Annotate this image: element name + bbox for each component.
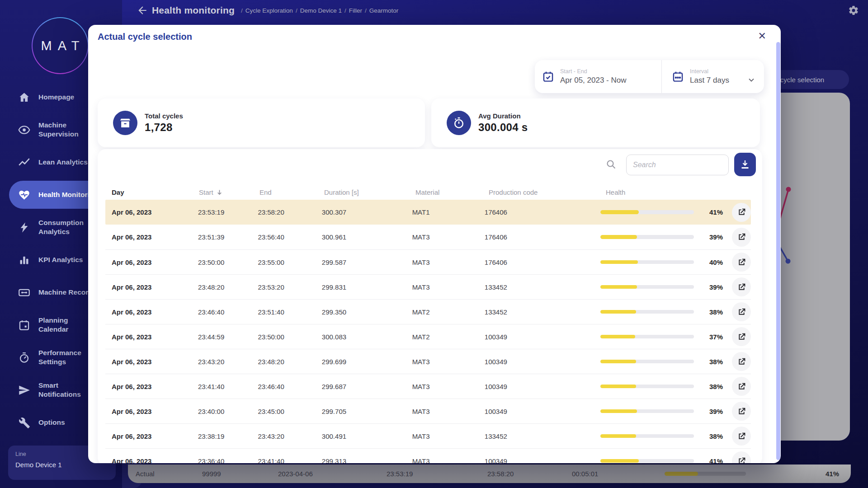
avg-duration-value: 300.004 s bbox=[478, 121, 528, 134]
open-in-new-icon bbox=[737, 232, 746, 242]
cell-health: 41% bbox=[600, 203, 751, 222]
open-cycle-button[interactable] bbox=[732, 427, 751, 446]
cell-end: 23:55:00 bbox=[258, 258, 321, 266]
table-row[interactable]: Apr 06, 202323:51:3923:56:40300.961MAT31… bbox=[105, 225, 751, 249]
logo: MAT bbox=[32, 17, 89, 74]
total-cycles-card: Total cycles 1,728 bbox=[98, 99, 425, 147]
open-cycle-button[interactable] bbox=[732, 451, 751, 463]
table-row[interactable]: Apr 06, 202323:44:5923:50:00300.083MAT21… bbox=[105, 324, 751, 349]
eye-icon bbox=[18, 124, 30, 136]
modal-scrollbar[interactable] bbox=[776, 42, 780, 460]
open-cycle-button[interactable] bbox=[732, 352, 751, 371]
cell-start: 23:44:59 bbox=[198, 333, 258, 341]
health-bar bbox=[600, 285, 694, 289]
cell-production-code: 176406 bbox=[485, 233, 600, 241]
cell-material: MAT3 bbox=[412, 233, 485, 241]
cycle-date: 2023-04-06 bbox=[278, 470, 313, 478]
table-row[interactable]: Apr 06, 202323:38:1923:43:20300.491MAT31… bbox=[105, 423, 751, 448]
modal-title: Actual cycle selection bbox=[98, 32, 192, 42]
sidebar-item-label: Machine Supervision bbox=[38, 121, 79, 139]
health-percent: 41% bbox=[698, 457, 723, 464]
cell-material: MAT3 bbox=[412, 283, 485, 291]
health-fill bbox=[600, 285, 637, 289]
open-cycle-button[interactable] bbox=[732, 327, 751, 346]
table-row[interactable]: Apr 06, 202323:36:4023:41:40299.313MAT31… bbox=[105, 448, 751, 463]
open-cycle-button[interactable] bbox=[732, 203, 751, 222]
cell-start: 23:53:19 bbox=[198, 208, 258, 216]
breadcrumb-item[interactable]: Filler bbox=[349, 7, 362, 14]
health-bar bbox=[665, 472, 746, 476]
search-input[interactable] bbox=[626, 155, 729, 175]
total-cycles-label: Total cycles bbox=[145, 112, 183, 120]
back-arrow-icon[interactable] bbox=[137, 5, 148, 16]
cell-end: 23:56:40 bbox=[258, 233, 321, 241]
cell-production-code: 133452 bbox=[485, 283, 600, 291]
health-bar bbox=[600, 210, 694, 214]
cell-duration: 299.705 bbox=[322, 408, 412, 415]
column-health[interactable]: Health bbox=[606, 188, 625, 196]
sidebar-item-label: KPI Analytics bbox=[38, 255, 83, 264]
cell-day: Apr 06, 2023 bbox=[112, 457, 198, 464]
bolt-icon bbox=[18, 221, 30, 234]
cycle-count: 99999 bbox=[202, 470, 221, 478]
cell-end: 23:51:40 bbox=[258, 308, 321, 316]
column-day[interactable]: Day bbox=[112, 188, 199, 196]
health-percent: 38% bbox=[698, 308, 723, 316]
open-in-new-icon bbox=[737, 382, 746, 391]
chevron-down-icon[interactable] bbox=[747, 75, 756, 84]
open-cycle-button[interactable] bbox=[732, 228, 751, 247]
cell-health: 38% bbox=[600, 352, 751, 371]
download-button[interactable] bbox=[734, 153, 756, 176]
cell-material: MAT3 bbox=[412, 432, 485, 440]
send-icon bbox=[18, 384, 30, 396]
cell-material: MAT2 bbox=[412, 333, 485, 341]
date-range-picker[interactable]: Start - End Apr 05, 2023 - Now bbox=[535, 60, 661, 93]
open-cycle-button[interactable] bbox=[732, 277, 751, 296]
column-material[interactable]: Material bbox=[415, 188, 489, 196]
column-duration[interactable]: Duration [s] bbox=[324, 188, 415, 196]
interval-select[interactable]: Interval Last 7 days bbox=[661, 60, 764, 93]
open-in-new-icon bbox=[737, 282, 746, 292]
sidebar-item-label: Lean Analytics bbox=[38, 158, 88, 167]
open-cycle-button[interactable] bbox=[732, 377, 751, 396]
health-fill bbox=[600, 459, 639, 463]
table-row[interactable]: Apr 06, 202323:41:4023:46:40299.687MAT31… bbox=[105, 374, 751, 399]
column-production-code[interactable]: Production code bbox=[489, 188, 606, 196]
cell-material: MAT3 bbox=[412, 457, 485, 464]
cell-production-code: 100349 bbox=[485, 408, 600, 415]
breadcrumb-item[interactable]: Gearmotor bbox=[369, 7, 399, 14]
breadcrumb-item[interactable]: Cycle Exploration bbox=[245, 7, 293, 14]
cell-health: 41% bbox=[600, 451, 751, 463]
interval-label: Interval bbox=[690, 68, 729, 75]
table-row[interactable]: Apr 06, 202323:43:2023:48:20299.699MAT31… bbox=[105, 349, 751, 374]
health-bar bbox=[600, 434, 694, 438]
bar-chart-icon bbox=[18, 254, 30, 266]
cell-duration: 299.350 bbox=[322, 308, 412, 316]
column-start[interactable]: Start bbox=[199, 188, 259, 196]
table-row[interactable]: Apr 06, 202323:48:2023:53:20299.831MAT31… bbox=[105, 274, 751, 299]
sidebar-item-label: Performance Settings bbox=[38, 348, 81, 366]
table-row[interactable]: Apr 06, 202323:50:0023:55:00299.587MAT31… bbox=[105, 249, 751, 274]
cell-start: 23:46:40 bbox=[198, 308, 258, 316]
breadcrumb-item[interactable]: Demo Device 1 bbox=[300, 7, 342, 14]
cell-day: Apr 06, 2023 bbox=[112, 208, 198, 216]
health-fill bbox=[600, 434, 636, 438]
trend-icon bbox=[18, 156, 30, 169]
cell-material: MAT3 bbox=[412, 258, 485, 266]
stopwatch-icon bbox=[447, 111, 471, 135]
close-icon[interactable]: ✕ bbox=[758, 30, 766, 42]
cell-day: Apr 06, 2023 bbox=[112, 233, 198, 241]
sidebar-item-label: Options bbox=[38, 418, 65, 427]
table-row[interactable]: Apr 06, 202323:40:0023:45:00299.705MAT31… bbox=[105, 399, 751, 423]
open-cycle-button[interactable] bbox=[732, 302, 751, 321]
filters-card: Start - End Apr 05, 2023 - Now Interval … bbox=[535, 60, 764, 93]
open-cycle-button[interactable] bbox=[732, 402, 751, 421]
column-end[interactable]: End bbox=[259, 188, 324, 196]
health-percent: 39% bbox=[698, 283, 723, 291]
breadcrumb-separator: / bbox=[296, 7, 297, 14]
home-icon bbox=[18, 91, 30, 103]
open-cycle-button[interactable] bbox=[732, 253, 751, 272]
gear-icon[interactable] bbox=[848, 5, 859, 16]
table-row[interactable]: Apr 06, 202323:53:1923:58:20300.307MAT11… bbox=[105, 200, 751, 225]
table-row[interactable]: Apr 06, 202323:46:4023:51:40299.350MAT21… bbox=[105, 299, 751, 324]
